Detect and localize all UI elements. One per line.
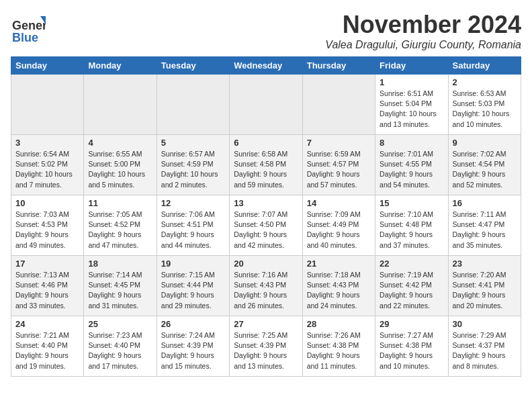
day-number: 10 — [15, 198, 79, 208]
day-info: Sunrise: 6:55 AM Sunset: 5:00 PM Dayligh… — [88, 149, 152, 190]
day-info: Sunrise: 7:14 AM Sunset: 4:45 PM Dayligh… — [88, 270, 152, 311]
day-number: 28 — [307, 319, 371, 329]
logo-icon: General Blue — [11, 11, 46, 46]
day-info: Sunrise: 7:18 AM Sunset: 4:43 PM Dayligh… — [307, 270, 371, 311]
day-number: 25 — [88, 319, 152, 329]
svg-text:Blue: Blue — [12, 31, 38, 44]
location-title: Valea Dragului, Giurgiu County, Romania — [325, 39, 521, 51]
calendar-cell: 8Sunrise: 7:01 AM Sunset: 4:55 PM Daylig… — [375, 135, 448, 195]
day-info: Sunrise: 6:53 AM Sunset: 5:03 PM Dayligh… — [453, 89, 517, 130]
day-number: 3 — [15, 138, 79, 148]
weekday-header: Thursday — [302, 57, 375, 75]
weekday-header: Saturday — [448, 57, 521, 75]
day-info: Sunrise: 6:54 AM Sunset: 5:02 PM Dayligh… — [15, 149, 79, 190]
calendar-week-row: 10Sunrise: 7:03 AM Sunset: 4:53 PM Dayli… — [11, 195, 521, 256]
calendar-cell: 29Sunrise: 7:27 AM Sunset: 4:38 PM Dayli… — [375, 316, 448, 377]
day-number: 13 — [234, 198, 298, 208]
day-number: 26 — [161, 319, 225, 329]
calendar-cell: 7Sunrise: 6:59 AM Sunset: 4:57 PM Daylig… — [302, 135, 375, 195]
calendar-week-row: 24Sunrise: 7:21 AM Sunset: 4:40 PM Dayli… — [11, 316, 521, 377]
calendar-week-row: 17Sunrise: 7:13 AM Sunset: 4:46 PM Dayli… — [11, 256, 521, 316]
day-info: Sunrise: 7:09 AM Sunset: 4:49 PM Dayligh… — [307, 210, 371, 250]
day-info: Sunrise: 7:03 AM Sunset: 4:53 PM Dayligh… — [15, 210, 79, 250]
calendar-cell: 20Sunrise: 7:16 AM Sunset: 4:43 PM Dayli… — [230, 256, 302, 316]
day-info: Sunrise: 7:19 AM Sunset: 4:42 PM Dayligh… — [380, 270, 443, 311]
calendar-cell: 28Sunrise: 7:26 AM Sunset: 4:38 PM Dayli… — [302, 316, 375, 377]
calendar-cell: 5Sunrise: 6:57 AM Sunset: 4:59 PM Daylig… — [157, 135, 229, 195]
logo: General Blue — [11, 11, 46, 46]
day-info: Sunrise: 7:21 AM Sunset: 4:40 PM Dayligh… — [15, 330, 79, 371]
day-info: Sunrise: 6:51 AM Sunset: 5:04 PM Dayligh… — [380, 89, 443, 130]
calendar-cell: 10Sunrise: 7:03 AM Sunset: 4:53 PM Dayli… — [11, 195, 84, 256]
day-number: 29 — [380, 319, 443, 329]
day-info: Sunrise: 7:15 AM Sunset: 4:44 PM Dayligh… — [161, 270, 225, 311]
header: General Blue November 2024 Valea Dragulu… — [11, 11, 521, 51]
day-info: Sunrise: 6:58 AM Sunset: 4:58 PM Dayligh… — [234, 149, 298, 190]
title-area: November 2024 Valea Dragului, Giurgiu Co… — [325, 11, 521, 51]
day-info: Sunrise: 7:23 AM Sunset: 4:40 PM Dayligh… — [88, 330, 152, 371]
calendar-cell: 24Sunrise: 7:21 AM Sunset: 4:40 PM Dayli… — [11, 316, 84, 377]
day-number: 18 — [88, 259, 152, 269]
calendar-cell: 19Sunrise: 7:15 AM Sunset: 4:44 PM Dayli… — [157, 256, 229, 316]
calendar-cell — [157, 75, 229, 135]
day-number: 17 — [15, 259, 79, 269]
calendar-cell: 22Sunrise: 7:19 AM Sunset: 4:42 PM Dayli… — [375, 256, 448, 316]
day-info: Sunrise: 7:24 AM Sunset: 4:39 PM Dayligh… — [161, 330, 225, 371]
calendar-cell: 27Sunrise: 7:25 AM Sunset: 4:39 PM Dayli… — [230, 316, 302, 377]
day-number: 23 — [453, 259, 517, 269]
day-number: 7 — [307, 138, 371, 148]
day-info: Sunrise: 7:13 AM Sunset: 4:46 PM Dayligh… — [15, 270, 79, 311]
calendar-cell: 21Sunrise: 7:18 AM Sunset: 4:43 PM Dayli… — [302, 256, 375, 316]
day-number: 1 — [380, 77, 443, 87]
day-number: 19 — [161, 259, 225, 269]
day-number: 22 — [380, 259, 443, 269]
day-number: 14 — [307, 198, 371, 208]
calendar-week-row: 1Sunrise: 6:51 AM Sunset: 5:04 PM Daylig… — [11, 75, 521, 135]
calendar-cell: 4Sunrise: 6:55 AM Sunset: 5:00 PM Daylig… — [84, 135, 157, 195]
day-number: 5 — [161, 138, 225, 148]
day-number: 24 — [15, 319, 79, 329]
day-number: 4 — [88, 138, 152, 148]
calendar-cell: 12Sunrise: 7:06 AM Sunset: 4:51 PM Dayli… — [157, 195, 229, 256]
day-info: Sunrise: 7:01 AM Sunset: 4:55 PM Dayligh… — [380, 149, 443, 190]
day-number: 20 — [234, 259, 298, 269]
calendar-cell: 1Sunrise: 6:51 AM Sunset: 5:04 PM Daylig… — [375, 75, 448, 135]
calendar-cell: 2Sunrise: 6:53 AM Sunset: 5:03 PM Daylig… — [448, 75, 521, 135]
day-info: Sunrise: 7:07 AM Sunset: 4:50 PM Dayligh… — [234, 210, 298, 250]
weekday-header-row: SundayMondayTuesdayWednesdayThursdayFrid… — [11, 57, 521, 75]
day-number: 8 — [380, 138, 443, 148]
day-info: Sunrise: 7:06 AM Sunset: 4:51 PM Dayligh… — [161, 210, 225, 250]
calendar-cell: 9Sunrise: 7:02 AM Sunset: 4:54 PM Daylig… — [448, 135, 521, 195]
weekday-header: Tuesday — [157, 57, 229, 75]
day-number: 9 — [453, 138, 517, 148]
weekday-header: Wednesday — [230, 57, 302, 75]
calendar-cell: 30Sunrise: 7:29 AM Sunset: 4:37 PM Dayli… — [448, 316, 521, 377]
calendar-cell: 23Sunrise: 7:20 AM Sunset: 4:41 PM Dayli… — [448, 256, 521, 316]
calendar-cell: 13Sunrise: 7:07 AM Sunset: 4:50 PM Dayli… — [230, 195, 302, 256]
calendar-cell: 16Sunrise: 7:11 AM Sunset: 4:47 PM Dayli… — [448, 195, 521, 256]
calendar-table: SundayMondayTuesdayWednesdayThursdayFrid… — [11, 56, 521, 377]
day-info: Sunrise: 7:20 AM Sunset: 4:41 PM Dayligh… — [453, 270, 517, 311]
calendar-week-row: 3Sunrise: 6:54 AM Sunset: 5:02 PM Daylig… — [11, 135, 521, 195]
day-number: 12 — [161, 198, 225, 208]
day-number: 27 — [234, 319, 298, 329]
day-number: 30 — [453, 319, 517, 329]
day-info: Sunrise: 7:27 AM Sunset: 4:38 PM Dayligh… — [380, 330, 443, 371]
calendar-cell: 25Sunrise: 7:23 AM Sunset: 4:40 PM Dayli… — [84, 316, 157, 377]
calendar-cell — [230, 75, 302, 135]
day-info: Sunrise: 6:59 AM Sunset: 4:57 PM Dayligh… — [307, 149, 371, 190]
calendar-cell: 17Sunrise: 7:13 AM Sunset: 4:46 PM Dayli… — [11, 256, 84, 316]
day-info: Sunrise: 7:29 AM Sunset: 4:37 PM Dayligh… — [453, 330, 517, 371]
weekday-header: Monday — [84, 57, 157, 75]
month-title: November 2024 — [325, 11, 521, 39]
svg-text:General: General — [12, 19, 46, 32]
day-info: Sunrise: 7:26 AM Sunset: 4:38 PM Dayligh… — [307, 330, 371, 371]
day-info: Sunrise: 7:02 AM Sunset: 4:54 PM Dayligh… — [453, 149, 517, 190]
day-info: Sunrise: 6:57 AM Sunset: 4:59 PM Dayligh… — [161, 149, 225, 190]
weekday-header: Sunday — [11, 57, 84, 75]
day-number: 11 — [88, 198, 152, 208]
calendar-cell — [11, 75, 84, 135]
weekday-header: Friday — [375, 57, 448, 75]
calendar-cell: 14Sunrise: 7:09 AM Sunset: 4:49 PM Dayli… — [302, 195, 375, 256]
day-number: 21 — [307, 259, 371, 269]
